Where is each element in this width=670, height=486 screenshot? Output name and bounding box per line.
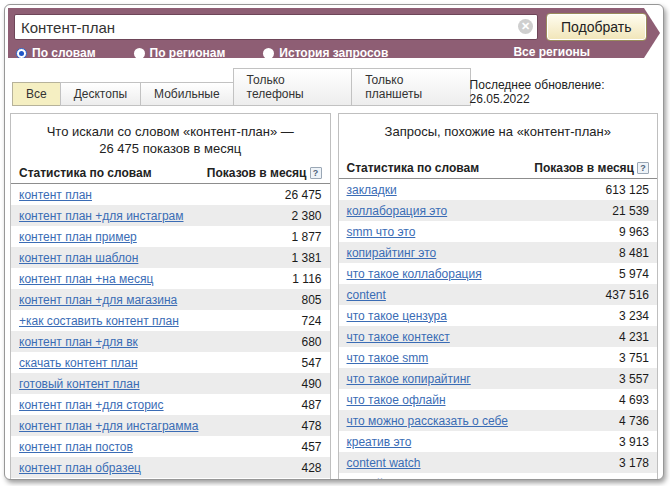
query-link[interactable]: копирайтинг это [347,246,437,260]
similar-queries-panel: Запросы, похожие на «контент-план» Стати… [338,113,659,480]
table-row: контент план постов 457 [11,436,330,457]
table-row: контент план шаблон 1 381 [11,247,330,268]
impressions-value: 4 693 [619,393,649,407]
impressions-value: 1 381 [291,251,321,265]
wordstat-page: ✕ Подобрать По словам По регионам Истори… [4,4,664,480]
table-row: контент план +для инстаграмма 478 [11,415,330,436]
help-icon[interactable]: ? [310,167,322,179]
radio-by-regions[interactable]: По регионам [134,46,226,60]
query-link[interactable]: скачать контент план [19,356,138,370]
table-row: что такое офлайн 4 693 [339,389,658,410]
radio-query-history[interactable]: История запросов [263,46,388,60]
table-row: smm что это 9 963 [339,221,658,242]
impressions-value: 4 736 [619,414,649,428]
tab-tablets-only[interactable]: Только планшеты [351,68,470,106]
search-input[interactable] [14,14,538,40]
searched-with-word-panel: Что искали со словом «контент-план» — 26… [10,113,331,480]
query-link[interactable]: что можно рассказать о себе [347,414,508,428]
query-link[interactable]: офлайн что это [347,477,433,481]
query-link[interactable]: что такое офлайн [347,393,446,407]
query-link[interactable]: контент план постов [19,440,133,454]
tab-desktops[interactable]: Десктопы [60,82,141,106]
query-link[interactable]: content [347,288,386,302]
query-link[interactable]: контент план [19,188,92,202]
table-row: контент план салона 410 [11,478,330,480]
impressions-value: 2 380 [291,209,321,223]
query-link[interactable]: контент план +на месяц [19,272,153,286]
column-word-header: Статистика по словам [347,161,480,175]
tab-phones-only[interactable]: Только телефоны [233,68,353,106]
help-icon[interactable]: ? [637,162,649,174]
impressions-value: 490 [301,377,321,391]
table-row: content watch 3 178 [339,452,658,473]
device-tabs: Все Десктопы Мобильные Только телефоны Т… [12,68,656,106]
query-link[interactable]: контент план +для магазина [19,293,177,307]
query-link[interactable]: что такое цензура [347,309,447,323]
table-row: +как составить контент план 724 [11,310,330,331]
query-link[interactable]: контент план шаблон [19,251,138,265]
left-panel-title: Что искали со словом «контент-план» — 26… [11,114,330,161]
query-link[interactable]: контент план образец [19,461,141,475]
table-row: что такое цензура 3 234 [339,305,658,326]
query-link[interactable]: что такое копирайтинг [347,372,471,386]
query-link[interactable]: контент план +для сторис [19,398,164,412]
impressions-value: 613 125 [606,183,649,197]
query-link[interactable]: контент план +для вк [19,335,138,349]
radio-unselected-icon [263,48,274,59]
query-link[interactable]: готовый контент план [19,377,140,391]
table-row: что такое коллаборация 5 974 [339,263,658,284]
impressions-value: 437 516 [606,288,649,302]
clear-icon[interactable]: ✕ [518,19,533,34]
impressions-value: 9 963 [619,225,649,239]
right-panel-title: Запросы, похожие на «контент-план» [339,114,658,156]
query-link[interactable]: что такое smm [347,351,429,365]
impressions-value: 3 557 [619,372,649,386]
search-banner: ✕ Подобрать По словам По регионам Истори… [8,8,660,58]
query-link[interactable]: контент план +для инстаграм [19,209,184,223]
impressions-value: 9 596 [619,477,649,481]
impressions-value: 1 877 [291,230,321,244]
query-link[interactable]: контент план +для инстаграмма [19,419,198,433]
query-link[interactable]: что такое коллаборация [347,267,482,281]
right-rows: закладки 613 125 коллаборация это 21 539… [339,179,658,480]
impressions-value: 5 974 [619,267,649,281]
radio-by-regions-label: По регионам [150,46,226,60]
query-link[interactable]: smm что это [347,225,416,239]
tab-all[interactable]: Все [12,82,61,106]
table-row: скачать контент план 547 [11,352,330,373]
impressions-value: 805 [301,293,321,307]
query-link[interactable]: +как составить контент план [19,314,179,328]
query-link[interactable]: креатив это [347,435,412,449]
left-rows: контент план 26 475 контент план +для ин… [11,184,330,480]
impressions-value: 3 913 [619,435,649,449]
table-row: что такое копирайтинг 3 557 [339,368,658,389]
radio-by-words-label: По словам [32,46,96,60]
table-row: контент план +для сторис 487 [11,394,330,415]
column-word-header: Статистика по словам [19,166,152,180]
query-link[interactable]: контент план пример [19,230,137,244]
table-row: готовый контент план 490 [11,373,330,394]
query-link[interactable]: коллаборация это [347,204,448,218]
impressions-value: 3 178 [619,456,649,470]
query-link[interactable]: content watch [347,456,421,470]
submit-button[interactable]: Подобрать [546,13,647,41]
impressions-value: 21 539 [612,204,649,218]
table-row: что такое smm 3 751 [339,347,658,368]
impressions-value: 724 [301,314,321,328]
all-regions-link[interactable]: Все регионы [513,45,590,61]
table-row: контент план +для инстаграм 2 380 [11,205,330,226]
table-row: контент план образец 428 [11,457,330,478]
last-update-text: Последнее обновление: 26.05.2022 [470,78,656,106]
impressions-value: 1 116 [292,272,321,286]
table-row: контент план +на месяц 1 116 [11,268,330,289]
radio-unselected-icon [134,48,145,59]
impressions-value: 3 751 [619,351,649,365]
radio-by-words[interactable]: По словам [16,46,96,60]
impressions-value: 428 [301,461,321,475]
impressions-value: 547 [301,356,321,370]
query-link[interactable]: что такое контекст [347,330,450,344]
query-link[interactable]: закладки [347,183,397,197]
radio-query-history-label: История запросов [279,46,388,60]
tab-mobile[interactable]: Мобильные [140,82,234,106]
impressions-value: 487 [301,398,321,412]
